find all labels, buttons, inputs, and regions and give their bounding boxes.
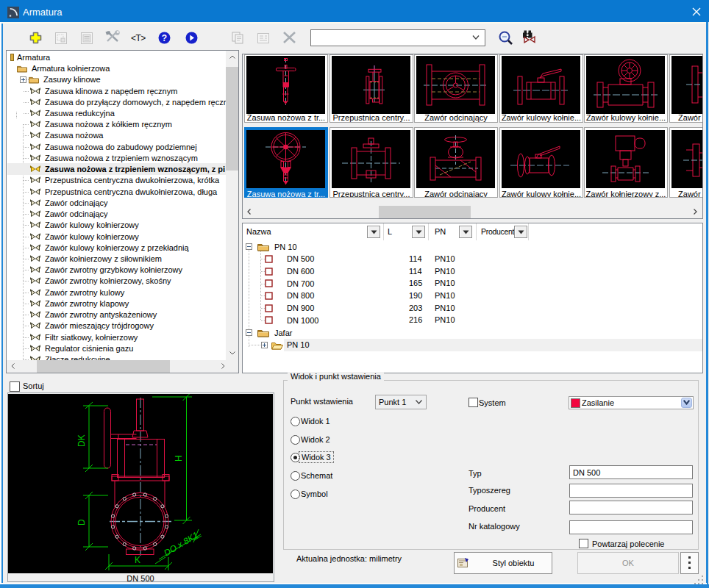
- svg-text:?: ?: [162, 33, 167, 43]
- svg-text:DK: DK: [76, 434, 87, 447]
- svg-text:K: K: [135, 555, 140, 565]
- svg-text:H: H: [174, 455, 184, 462]
- svg-text:D: D: [76, 519, 87, 526]
